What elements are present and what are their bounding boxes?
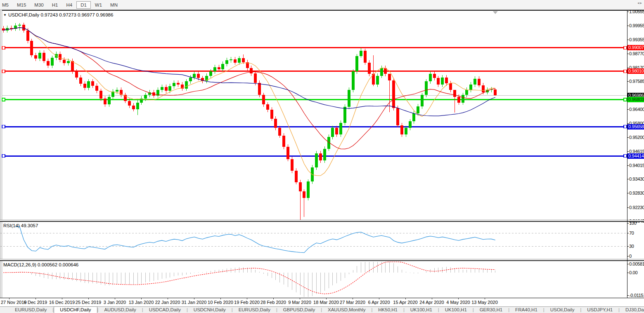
date-axis-tick bbox=[88, 298, 89, 299]
price-axis-label: 0.99955 bbox=[629, 23, 644, 28]
date-axis-label: 18 Mar 2020 bbox=[312, 300, 341, 305]
date-axis-tick bbox=[485, 298, 485, 299]
price-badge-0.99007: 0.99007 bbox=[627, 45, 644, 50]
price-axis-label: 0.92830 bbox=[629, 191, 644, 195]
axis-boundary-line bbox=[627, 11, 627, 298]
rsi-axis-label: 70 bbox=[629, 231, 634, 235]
date-axis-label: 6 Dec 2019 bbox=[21, 300, 50, 305]
chart-tab-dj30-daily[interactable]: DJ30,Daily bbox=[620, 307, 644, 313]
date-axis-label: 13 Jan 2020 bbox=[127, 300, 156, 305]
timeframe-button-m5[interactable]: M5 bbox=[0, 1, 13, 9]
date-axis-label: 22 Jan 2020 bbox=[153, 300, 182, 305]
line-handle[interactable] bbox=[2, 125, 5, 128]
line-handle[interactable] bbox=[2, 46, 5, 49]
chart-tab-eurusd-daily[interactable]: EURUSD,Daily bbox=[233, 307, 276, 313]
chart-tab-usdcnh-daily[interactable]: USDCNH,Daily bbox=[188, 307, 232, 313]
timeframe-button-w1[interactable]: W1 bbox=[91, 1, 106, 9]
chart-tab-audusd-daily[interactable]: AUDUSD,Daily bbox=[98, 307, 142, 313]
chart-tab-usdchf-daily[interactable]: USDCHF,Daily bbox=[54, 306, 97, 313]
date-axis-label: 27 Mar 2020 bbox=[338, 300, 367, 305]
rsi-panel-canvas[interactable] bbox=[0, 222, 627, 259]
date-axis-tick bbox=[62, 298, 62, 299]
date-axis-label: 4 May 2020 bbox=[444, 300, 473, 305]
date-axis-tick bbox=[458, 298, 459, 299]
date-axis-tick bbox=[168, 298, 168, 299]
date-axis-tick bbox=[273, 298, 274, 299]
timeframe-toolbar: M5M15M30H1H4D1W1MN bbox=[0, 0, 644, 10]
macd-axis-label: 0.005818 bbox=[629, 261, 644, 266]
date-axis-label: 13 May 2020 bbox=[470, 300, 499, 305]
price-badge-0.96803: 0.96803 bbox=[627, 97, 644, 102]
date-axis-label: 15 Apr 2020 bbox=[391, 300, 420, 305]
price-badge-0.94414: 0.94414 bbox=[627, 153, 644, 159]
chart-tab-gbpusd-daily[interactable]: GBPUSD,Daily bbox=[277, 307, 321, 313]
tab-scroll-right-icon[interactable]: ▸ bbox=[640, 1, 643, 5]
timeframe-button-h1[interactable]: H1 bbox=[48, 1, 62, 9]
line-handle[interactable] bbox=[624, 70, 627, 73]
date-axis-tick bbox=[115, 298, 115, 299]
price-axis-label: 0.95200 bbox=[629, 135, 644, 140]
chart-tab-hk50-h1[interactable]: HK50,H1 bbox=[372, 307, 403, 313]
line-handle[interactable] bbox=[624, 155, 627, 158]
timeframe-button-h4[interactable]: H4 bbox=[62, 1, 76, 9]
price-axis-label: 0.97585 bbox=[629, 79, 644, 84]
date-axis-label: 6 Apr 2020 bbox=[365, 300, 393, 305]
chart-tab-usdcad-daily[interactable]: USDCAD,Daily bbox=[143, 307, 187, 313]
chart-tab-usdjpy-h1[interactable]: USDJPY,H1 bbox=[581, 307, 618, 313]
chart-tab-uk100-h1[interactable]: UK100,H1 bbox=[405, 307, 438, 313]
date-axis-label: 9 Mar 2020 bbox=[285, 300, 314, 305]
line-handle[interactable] bbox=[2, 98, 5, 101]
timeframe-button-m15[interactable]: M15 bbox=[13, 1, 30, 9]
price-badge-0.98010: 0.98010 bbox=[627, 68, 644, 74]
date-axis-tick bbox=[220, 298, 221, 299]
date-axis-tick bbox=[36, 298, 36, 299]
price-axis-label: 0.99355 bbox=[629, 37, 644, 42]
chart-tab-eurusd-daily[interactable]: EURUSD,Daily bbox=[9, 307, 52, 313]
price-axis-label: 0.94015 bbox=[629, 163, 644, 168]
chart-tab-xauusd-monthly[interactable]: XAUUSD,Monthly bbox=[322, 307, 371, 313]
price-badge-0.95658: 0.95658 bbox=[627, 124, 644, 129]
date-axis-tick bbox=[379, 298, 379, 299]
rsi-label: RSI(14) 49.3057 bbox=[3, 223, 38, 228]
date-axis-label: 3 Jan 2020 bbox=[100, 300, 129, 305]
price-chart-canvas[interactable] bbox=[0, 10, 627, 220]
rsi-axis-label: 100 bbox=[629, 221, 636, 226]
chart-tab-ger30-h1[interactable]: GER30,H1 bbox=[474, 307, 509, 313]
date-axis-tick bbox=[9, 298, 9, 299]
date-axis-tick bbox=[194, 298, 194, 299]
date-axis[interactable]: 27 Nov 20196 Dec 201916 Dec 201925 Dec 2… bbox=[0, 298, 644, 306]
date-axis-tick bbox=[353, 298, 353, 299]
line-handle[interactable] bbox=[624, 98, 627, 101]
macd-label: MACD(12,26,9) 0.000562 0.000646 bbox=[3, 262, 78, 267]
tab-scroll-arrows[interactable]: ◂▸ bbox=[637, 1, 643, 5]
chart-tab-uk100-h1[interactable]: UK100,H1 bbox=[439, 307, 473, 313]
date-axis-tick bbox=[326, 298, 327, 299]
price-axis-label: 1.00555 bbox=[629, 9, 644, 14]
chart-title-text: USDCHF,Daily 0.97243 0.97273 0.96977 0.9… bbox=[8, 12, 113, 17]
chart-tab-fra40-h1[interactable]: FRA40,H1 bbox=[509, 307, 543, 313]
date-axis-label: 16 Dec 2019 bbox=[47, 300, 76, 305]
date-axis-label: 31 Jan 2020 bbox=[180, 300, 208, 305]
line-handle[interactable] bbox=[624, 125, 627, 128]
line-handle[interactable] bbox=[2, 70, 5, 73]
price-axis-label: 0.93430 bbox=[629, 177, 644, 181]
line-handle[interactable] bbox=[624, 46, 627, 49]
macd-axis-label: -0.01151 bbox=[629, 293, 644, 298]
chart-tab-bar: EURUSD,Daily|USDCHF,Daily|AUDUSD,Daily|U… bbox=[0, 306, 644, 313]
macd-panel-canvas[interactable] bbox=[0, 261, 627, 298]
date-axis-label: 28 Feb 2020 bbox=[259, 300, 288, 305]
line-handle[interactable] bbox=[2, 155, 5, 158]
timeframe-button-mn[interactable]: MN bbox=[106, 1, 122, 9]
title-dropdown-icon[interactable]: ▼ bbox=[3, 13, 7, 17]
chart-shift-marker-icon[interactable] bbox=[493, 11, 498, 14]
date-axis-label: 25 Dec 2019 bbox=[74, 300, 103, 305]
rsi-line bbox=[16, 226, 495, 252]
price-axis-label: 0.92230 bbox=[629, 205, 644, 210]
chart-tab-usoil-daily[interactable]: USOil,Daily bbox=[545, 307, 580, 313]
date-axis-tick bbox=[300, 298, 300, 299]
timeframe-button-m30[interactable]: M30 bbox=[30, 1, 47, 9]
date-axis-tick bbox=[141, 298, 142, 299]
timeframe-button-d1[interactable]: D1 bbox=[76, 1, 91, 9]
date-axis-label: 24 Apr 2020 bbox=[417, 300, 446, 305]
rsi-axis-label: 0 bbox=[629, 254, 632, 259]
